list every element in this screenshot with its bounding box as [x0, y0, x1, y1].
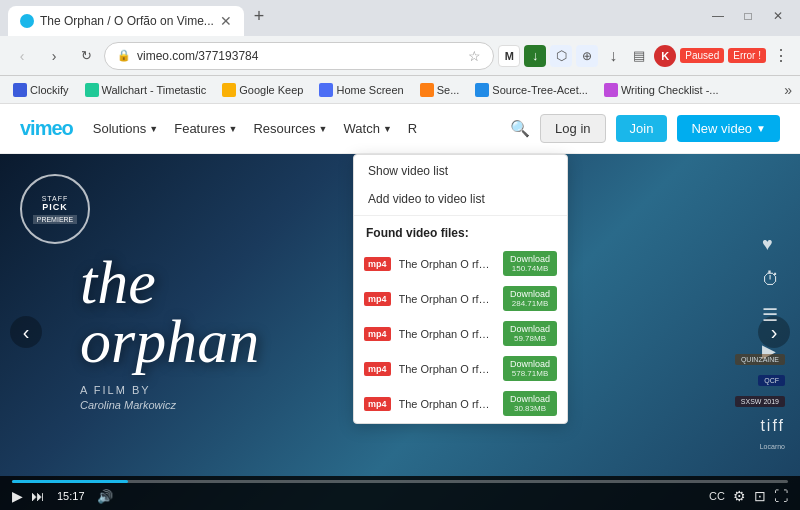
download-extension-icon[interactable]: ↓ [524, 45, 546, 67]
bookmarks-more-button[interactable]: » [784, 82, 792, 98]
bookmark-source-tree[interactable]: Source-Tree-Acet... [470, 81, 593, 99]
bookmark-star-icon[interactable]: ☆ [468, 48, 481, 64]
download-button-0[interactable]: Download 150.74MB [503, 251, 557, 276]
nav-solutions[interactable]: Solutions ▼ [93, 121, 158, 136]
browser-menu-button[interactable]: ⋮ [770, 46, 792, 65]
chrome-download-icon[interactable]: ↓ [602, 45, 624, 67]
close-button[interactable]: ✕ [764, 6, 792, 26]
file-row-4: mp4 The Orphan O rfo (2880p).mp4 Downloa… [354, 386, 567, 421]
prev-button[interactable]: ‹ [10, 316, 42, 348]
bookmark-keep[interactable]: Google Keep [217, 81, 308, 99]
vimeo-logo[interactable]: vimeo [20, 117, 73, 140]
bookmarks-bar: Clockify Wallchart - Timetastic Google K… [0, 76, 800, 104]
nav-watch[interactable]: Watch ▼ [344, 121, 392, 136]
tab-title: The Orphan / O Orfão on Vime... [40, 14, 214, 28]
download-button-2[interactable]: Download 59.78MB [503, 321, 557, 346]
back-button[interactable]: ‹ [8, 42, 36, 70]
address-bar: ‹ › ↻ 🔒 vimeo.com/377193784 ☆ M ↓ ⬡ ⊕ ↓ … [0, 36, 800, 76]
nav-features[interactable]: Features ▼ [174, 121, 237, 136]
extension-icons: M ↓ ⬡ ⊕ ↓ ▤ K [498, 45, 676, 67]
vimeo-page: vimeo Solutions ▼ Features ▼ Resources ▼… [0, 104, 800, 510]
bookmark-writing-label: Writing Checklist -... [621, 84, 719, 96]
collection-icon[interactable]: ☰ [762, 304, 780, 326]
refresh-button[interactable]: ↻ [72, 42, 100, 70]
add-video-to-list-item[interactable]: Add video to video list [354, 185, 567, 213]
window-controls: — □ ✕ [704, 6, 792, 36]
vimeo-nav-links: Solutions ▼ Features ▼ Resources ▼ Watch… [93, 121, 417, 136]
captions-button[interactable]: CC [709, 490, 725, 502]
locarno-logo: Locarno [760, 443, 785, 450]
found-files-section: Found video files: mp4 The Orphan O rfo … [354, 216, 567, 423]
like-icon[interactable]: ♥ [762, 234, 780, 255]
new-tab-button[interactable]: + [248, 6, 271, 36]
watch-dropdown-panel: Show video list Add video to video list … [353, 154, 568, 424]
forward-button[interactable]: › [40, 42, 68, 70]
maximize-button[interactable]: □ [734, 6, 762, 26]
progress-bar-container[interactable] [12, 480, 788, 483]
settings-button[interactable]: ⚙ [733, 488, 746, 504]
bookmark-clockify[interactable]: Clockify [8, 81, 74, 99]
controls-right: CC ⚙ ⊡ ⛶ [709, 488, 788, 504]
file-name-1: The Orphan O rfo (360p).mp4 [399, 293, 495, 305]
file-row-2: mp4 The Orphan O rfo (1080p).mp4 Downloa… [354, 316, 567, 351]
login-button[interactable]: Log in [540, 114, 605, 143]
new-video-button[interactable]: New video ▼ [677, 115, 780, 142]
file-row-0: mp4 The Orphan O rfo (720p).mp4 Download… [354, 246, 567, 281]
extra-extension-icon[interactable]: ⊕ [576, 45, 598, 67]
profile-icon[interactable]: K [654, 45, 676, 67]
secure-icon: 🔒 [117, 49, 131, 62]
file-name-4: The Orphan O rfo (2880p).mp4 [399, 398, 495, 410]
download-button-4[interactable]: Download 30.83MB [503, 391, 557, 416]
search-icon[interactable]: 🔍 [510, 119, 530, 138]
progress-bar [12, 480, 128, 483]
controls-row: ▶ ⏭ 15:17 🔊 CC ⚙ ⊡ ⛶ [12, 488, 788, 504]
new-video-dropdown-icon: ▼ [756, 123, 766, 134]
bookmark-home[interactable]: Home Screen [314, 81, 408, 99]
pip-button[interactable]: ⊡ [754, 488, 766, 504]
download-button-3[interactable]: Download 578.71MB [503, 356, 557, 381]
mp4-badge-4: mp4 [364, 397, 391, 411]
paused-badge: Paused [680, 48, 724, 63]
tab-favicon [20, 14, 34, 28]
bookmark-writing[interactable]: Writing Checklist -... [599, 81, 724, 99]
watchlater-icon[interactable]: ⏱ [762, 269, 780, 290]
fullscreen-button[interactable]: ⛶ [774, 488, 788, 504]
quinzaine-logo: QUINZAINE [735, 354, 785, 367]
bookmark-keep-label: Google Keep [239, 84, 303, 96]
right-icons: ♥ ⏱ ☰ ▶ [762, 234, 780, 362]
mp4-badge-3: mp4 [364, 362, 391, 376]
sxsw-logo: SXSW 2019 [735, 396, 785, 409]
gmail-extension-icon[interactable]: M [498, 45, 520, 67]
file-name-3: The Orphan O rfo (240p).mp4 [399, 363, 495, 375]
minimize-button[interactable]: — [704, 6, 732, 26]
tiff-logo: tiff [760, 417, 785, 435]
sidebar-icon[interactable]: ▤ [628, 45, 650, 67]
join-button[interactable]: Join [616, 115, 668, 142]
volume-icon[interactable]: 🔊 [97, 489, 113, 504]
festival-logos: QUINZAINE QCF SXSW 2019 tiff Locarno [735, 354, 785, 450]
bookmark-home-label: Home Screen [336, 84, 403, 96]
show-video-list-item[interactable]: Show video list [354, 157, 567, 185]
url-bar[interactable]: 🔒 vimeo.com/377193784 ☆ [104, 42, 494, 70]
nav-r[interactable]: R [408, 121, 417, 136]
file-name-2: The Orphan O rfo (1080p).mp4 [399, 328, 495, 340]
url-text: vimeo.com/377193784 [137, 49, 462, 63]
found-files-header: Found video files: [354, 222, 567, 246]
bookmark-clockify-label: Clockify [30, 84, 69, 96]
download-button-1[interactable]: Download 284.71MB [503, 286, 557, 311]
bookmark-se-label: Se... [437, 84, 460, 96]
browser-tab[interactable]: The Orphan / O Orfão on Vime... ✕ [8, 6, 244, 36]
nav-resources[interactable]: Resources ▼ [253, 121, 327, 136]
bookmark-source-tree-label: Source-Tree-Acet... [492, 84, 588, 96]
tab-close-button[interactable]: ✕ [220, 13, 232, 29]
bookmark-wallchart[interactable]: Wallchart - Timetastic [80, 81, 212, 99]
file-row-3: mp4 The Orphan O rfo (240p).mp4 Download… [354, 351, 567, 386]
vimeo-nav: vimeo Solutions ▼ Features ▼ Resources ▼… [0, 104, 800, 154]
qcf-logo: QCF [758, 375, 785, 388]
puzzle-extension-icon[interactable]: ⬡ [550, 45, 572, 67]
mp4-badge-1: mp4 [364, 292, 391, 306]
bookmark-se[interactable]: Se... [415, 81, 465, 99]
vimeo-nav-right: 🔍 Log in Join New video ▼ [510, 114, 780, 143]
skip-back-button[interactable]: ⏭ [31, 488, 45, 504]
play-pause-button[interactable]: ▶ [12, 488, 23, 504]
